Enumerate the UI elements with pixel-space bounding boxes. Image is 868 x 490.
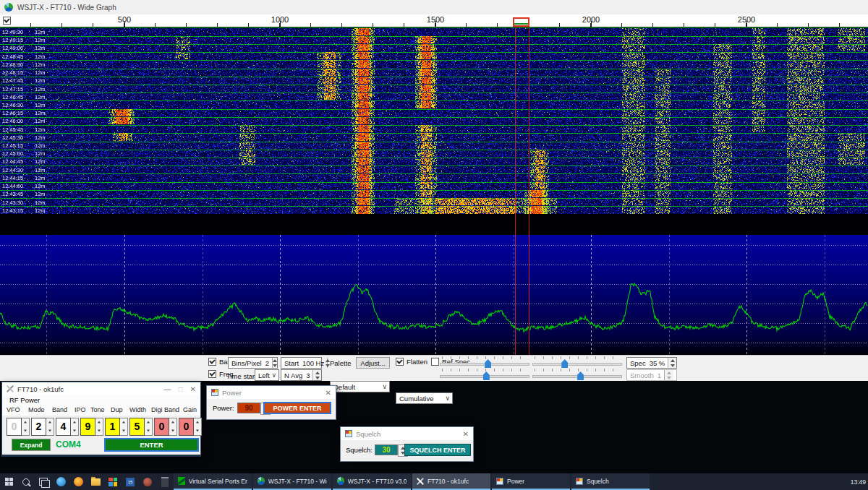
frequency-digit[interactable]: 0 <box>7 418 22 436</box>
spinner-arrows[interactable] <box>668 358 676 368</box>
file-explorer-icon <box>91 478 101 486</box>
taskbar-button-squelch[interactable]: Squelch <box>571 473 650 490</box>
taskbar-button-label: WSJT-X - FT710 - Wid... <box>268 478 327 485</box>
slider-thumb[interactable] <box>561 359 568 368</box>
slider-thumb[interactable] <box>483 371 490 380</box>
spinner-arrows[interactable] <box>145 418 153 436</box>
minimize-icon[interactable]: — <box>164 385 171 393</box>
flatten-checkbox[interactable]: Flatten <box>396 358 427 366</box>
squelch-value[interactable]: 30 <box>375 444 398 455</box>
taskbar-clock[interactable]: 13:49 <box>851 473 868 490</box>
frequency-digit[interactable]: 2 <box>31 418 46 436</box>
rf-power-menu[interactable]: RF Power <box>2 395 200 405</box>
power-titlebar[interactable]: Power ✕ <box>207 386 336 399</box>
search-button[interactable] <box>17 473 35 490</box>
spinner-arrows[interactable] <box>194 418 202 436</box>
taskbar-button-virtual-serial-ports-em[interactable]: Virtual Serial Ports Em... <box>174 473 252 490</box>
file-explorer-button[interactable] <box>87 473 104 490</box>
frequency-digit-spinner[interactable]: 4, <box>56 418 79 436</box>
close-icon[interactable]: ✕ <box>190 385 196 393</box>
spinner-arrows[interactable] <box>327 358 328 368</box>
spinner-arrows[interactable] <box>272 358 277 368</box>
browser-button[interactable] <box>69 473 87 490</box>
edge-button[interactable] <box>52 473 69 490</box>
firefox-icon <box>74 477 83 486</box>
mode-combo[interactable]: Cumulative <box>396 392 453 404</box>
spinner-arrows[interactable] <box>71 418 79 436</box>
spinner-arrows[interactable] <box>46 418 54 436</box>
waterfall-gain-slider[interactable] <box>440 356 529 368</box>
frequency-digit-spinner[interactable]: 0 <box>154 418 177 436</box>
power-value[interactable]: 90 <box>237 403 260 413</box>
frequency-digit[interactable]: 4 <box>56 418 71 436</box>
spectrum-canvas[interactable] <box>0 235 868 355</box>
slider-thumb[interactable] <box>577 371 584 380</box>
n-avg-value: 3 <box>306 371 310 379</box>
frequency-digit[interactable]: 0 <box>179 418 194 436</box>
bars-checkbox-box[interactable] <box>208 358 216 366</box>
bins-per-pixel-spinbox[interactable]: Bins/Pixel2 <box>228 357 278 369</box>
app-grid-button[interactable] <box>104 473 122 490</box>
expand-button[interactable]: Expand <box>12 439 51 451</box>
squelch-spinbox[interactable]: 30 <box>375 444 408 455</box>
frequency-digit-spinner[interactable]: 1 <box>105 418 128 436</box>
rx-tx-frequency-marker[interactable] <box>513 17 529 27</box>
waterfall-zero-slider[interactable] <box>532 356 622 368</box>
power-enter-button[interactable]: POWER ENTER <box>263 402 331 414</box>
ref-spec-checkbox-box[interactable] <box>431 358 439 366</box>
maximize-icon[interactable]: □ <box>179 385 183 393</box>
spinner-arrows[interactable] <box>312 370 321 380</box>
adjust-button[interactable]: Adjust... <box>356 357 390 369</box>
ft710-bottom-row: Expand COM4 ENTER <box>2 437 200 455</box>
slider-thumb[interactable] <box>485 359 491 368</box>
close-icon[interactable]: ✕ <box>326 389 331 397</box>
frequency-scale[interactable]: 5001000150020002500 <box>0 14 868 27</box>
taskbar-button-wsjt-x-ft710-wid[interactable]: WSJT-X - FT710 - Wid... <box>253 473 331 490</box>
ft710-column-label: Tone <box>90 406 105 413</box>
frequency-digit-spinner[interactable]: 2 <box>31 418 54 436</box>
taskbar-button-power[interactable]: Power <box>492 473 570 490</box>
app-red-button[interactable] <box>139 473 156 490</box>
task-view-button[interactable] <box>35 473 52 490</box>
freq-checkbox-box[interactable] <box>208 370 216 378</box>
ft710-titlebar[interactable]: FT710 - ok1ufc — □ ✕ <box>2 382 200 395</box>
calendar-button[interactable]: 15 <box>122 473 139 490</box>
notes-button[interactable] <box>156 473 174 490</box>
waterfall-timestamp: 12:46:45 <box>2 94 23 100</box>
close-icon[interactable]: ✕ <box>463 430 469 438</box>
taskbar-button-wsjt-x-ft710-v3-0[interactable]: WSJT-X - FT710 v3.0.... <box>333 473 411 490</box>
enter-button[interactable]: ENTER <box>104 438 199 452</box>
spectrum-area[interactable] <box>0 235 868 355</box>
start-hz-spinbox[interactable]: Start100 Hz <box>281 357 322 369</box>
spectrum-gain-slider[interactable] <box>440 369 529 380</box>
waterfall-band-label: 12m <box>35 199 46 206</box>
flatten-checkbox-box[interactable] <box>396 358 404 366</box>
spinner-arrows[interactable] <box>169 418 177 436</box>
frequency-digit[interactable]: 0 <box>154 418 169 436</box>
time-stamp-combo[interactable]: Left <box>255 369 279 381</box>
spinner-arrows[interactable] <box>22 418 30 436</box>
frequency-digit-spinner[interactable]: 0 <box>179 418 202 436</box>
frequency-digit-spinner[interactable]: 9 <box>80 418 103 436</box>
frequency-tick-label: 2000 <box>582 15 600 24</box>
spec-spinbox[interactable]: Spec35 % <box>626 357 677 369</box>
waterfall-band-label: 12m <box>35 207 46 214</box>
taskbar-button-ft710-ok1ufc[interactable]: FT710 - ok1ufc <box>412 473 490 490</box>
spectrum-zero-slider[interactable] <box>532 369 622 380</box>
frequency-digit-spinner[interactable]: 5. <box>129 418 153 436</box>
frequency-digit-spinner[interactable]: 0 <box>7 418 30 436</box>
squelch-enter-button[interactable]: SQUELCH ENTER <box>404 444 471 456</box>
waterfall-canvas[interactable] <box>0 27 868 214</box>
n-avg-spinbox[interactable]: N Avg3 <box>281 369 322 381</box>
frequency-digit[interactable]: 1 <box>105 418 120 436</box>
squelch-titlebar[interactable]: Squelch ✕ <box>341 427 473 440</box>
spinner-arrows[interactable] <box>95 418 103 436</box>
waterfall-timestamp: 12:44:45 <box>2 158 23 165</box>
start-button[interactable] <box>0 473 17 490</box>
frequency-digit[interactable]: 9 <box>80 418 95 436</box>
frequency-digit[interactable]: 5 <box>129 418 145 436</box>
waterfall-area[interactable]: 12:49:3012m12:49:1512m12:49:0012m12:48:4… <box>0 27 868 214</box>
palette-combo[interactable]: Default <box>330 381 390 392</box>
wsjtx-icon <box>337 477 344 485</box>
spinner-arrows[interactable] <box>120 418 128 436</box>
